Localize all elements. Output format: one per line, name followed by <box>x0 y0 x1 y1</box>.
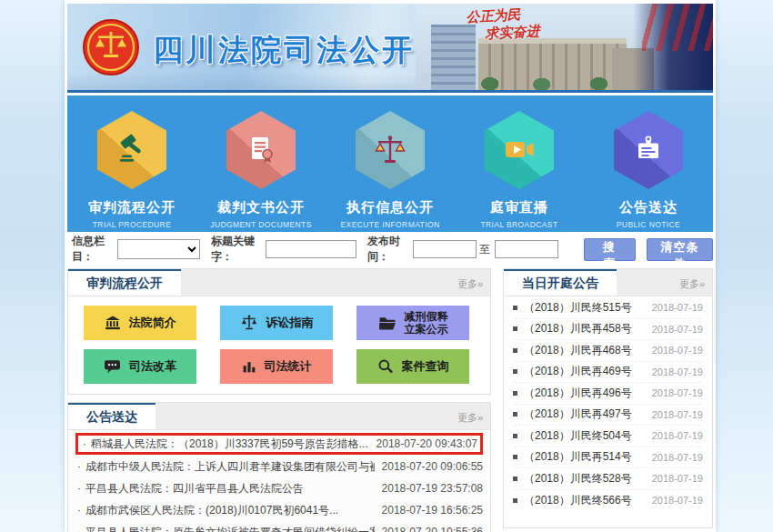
bullet: · <box>77 460 81 473</box>
bullet: · <box>77 526 81 532</box>
video-camera-icon <box>502 134 537 166</box>
section-header: 当日开庭公告 更多» <box>504 269 712 296</box>
court-row[interactable]: （2018）川民再458号 2018-07-19 <box>513 319 703 341</box>
content-columns: 审判流程公开 更多» 法院简介 <box>67 268 713 532</box>
site-banner: 四川法院司法公开网 公正为民 求实奋进 <box>67 4 713 93</box>
court-row[interactable]: （2018）川民再496号 2018-07-19 <box>513 383 703 405</box>
nav-item-public-notice[interactable]: 公告送达 PUBLIC NOTICE <box>584 95 713 232</box>
square-bullet <box>513 477 517 481</box>
notice-row[interactable]: · 平昌县人民法院：四川省平昌县人民法院公告 2018-07-19 23:57:… <box>75 477 483 499</box>
red-flags <box>642 4 713 51</box>
court-row[interactable]: （2018）川民终515号 2018-07-19 <box>513 297 703 319</box>
section-header: 公告送达 更多» <box>68 403 490 430</box>
section-header: 审判流程公开 更多» <box>68 269 490 296</box>
court-row[interactable]: （2018）川民终528号 2018-07-19 <box>513 468 703 490</box>
nav-label-en: TRIAL PROCEDURE <box>67 220 196 229</box>
hexagon-tile <box>356 111 425 189</box>
right-column: 当日开庭公告 更多» （2018）川民终515号 2018-07-19 （201… <box>503 268 713 528</box>
nav-label-en: JUDGMENT DOCUMENTS <box>196 220 326 229</box>
court-row[interactable]: （2018）川民终504号 2018-07-19 <box>513 426 703 447</box>
bullet: · <box>83 437 86 450</box>
notice-row[interactable]: · 成都市中级人民法院：上诉人四川君羊建设集团有限公司与被上诉... 2018-… <box>75 456 483 477</box>
more-link-court[interactable]: 更多» <box>679 277 705 291</box>
court-session-list: （2018）川民终515号 2018-07-19 （2018）川民再458号 2… <box>504 296 712 511</box>
nav-item-trial-broadcast[interactable]: 庭审直播 TRIAL BROADCAST <box>455 95 584 232</box>
bullet: · <box>77 504 81 517</box>
page-container: 四川法院司法公开网 公正为民 求实奋进 <box>65 0 716 532</box>
column-select[interactable] <box>117 239 200 259</box>
nav-item-execute-information[interactable]: 执行信息公开 EXECUTE INFORMATION <box>326 95 455 232</box>
date-to-label: 至 <box>479 242 490 257</box>
square-bullet <box>513 306 517 310</box>
litigation-guide-button[interactable]: 诉讼指南 <box>220 306 333 340</box>
nav-label-cn: 裁判文书公开 <box>196 199 326 216</box>
parole-filing-button[interactable]: 减刑假释 立案公示 <box>356 306 469 340</box>
court-intro-button[interactable]: 法院简介 <box>84 306 196 340</box>
nav-item-judgment-documents[interactable]: 裁判文书公开 JUDGMENT DOCUMENTS <box>196 95 326 232</box>
notice-list: · 稻城县人民法院：（2018）川3337民初59号原告彭措格... 2018-… <box>68 430 490 532</box>
courthouse-photo: 公正为民 求实奋进 <box>416 4 713 90</box>
square-bullet <box>513 434 517 438</box>
notice-row-highlighted[interactable]: · 稻城县人民法院：（2018）川3337民初59号原告彭措格... 2018-… <box>75 433 483 455</box>
left-column: 审判流程公开 更多» 法院简介 <box>67 268 491 532</box>
nav-item-trial-procedure[interactable]: 审判流程公开 TRIAL PROCEDURE <box>67 95 196 232</box>
square-bullet <box>513 326 517 331</box>
scales-icon <box>240 315 258 331</box>
more-link-trial[interactable]: 更多» <box>457 277 483 291</box>
national-emblem-icon <box>82 18 140 76</box>
search-button[interactable]: 搜 索 <box>584 238 636 261</box>
speech-bubble-icon <box>104 359 121 375</box>
nav-label-en: PUBLIC NOTICE <box>584 220 713 229</box>
hexagon-tile <box>614 111 683 189</box>
nav-label-cn: 审判流程公开 <box>67 199 196 216</box>
court-row[interactable]: （2018）川民再497号 2018-07-19 <box>513 405 703 427</box>
nav-label-cn: 公告送达 <box>584 199 713 216</box>
judicial-statistics-button[interactable]: 司法统计 <box>220 349 333 384</box>
square-bullet <box>513 412 517 417</box>
keyword-label: 标题关键字： <box>211 234 264 265</box>
date-to-input[interactable] <box>495 240 558 258</box>
nav-label-cn: 庭审直播 <box>455 199 584 216</box>
judicial-reform-button[interactable]: 司法改革 <box>84 349 196 384</box>
bullet: · <box>77 482 81 495</box>
document-seal-icon <box>245 134 277 166</box>
nav-label-cn: 执行信息公开 <box>326 199 455 216</box>
tab-court-sessions[interactable]: 当日开庭公告 <box>504 269 617 296</box>
case-inquiry-button[interactable]: 案件查询 <box>356 349 469 384</box>
site-title: 四川法院司法公开网 <box>153 30 447 71</box>
notice-delivery-panel: 公告送达 更多» · 稻城县人民法院：（2018）川3337民初59号原告彭措格… <box>67 402 491 532</box>
bank-icon <box>105 315 121 331</box>
bar-chart-icon <box>242 359 256 374</box>
court-session-panel: 当日开庭公告 更多» （2018）川民终515号 2018-07-19 （201… <box>503 268 713 528</box>
date-from-input[interactable] <box>413 240 477 258</box>
tab-public-notice[interactable]: 公告送达 <box>68 403 156 429</box>
folder-icon <box>378 316 397 331</box>
court-row[interactable]: （2018）川民终566号 2018-07-19 <box>513 490 703 512</box>
notice-row[interactable]: · 平昌县人民法院：原告牟文均诉被告覃奇才民间借贷纠纷一案民事... 2018-… <box>75 521 483 532</box>
court-row[interactable]: （2018）川民再514号 2018-07-19 <box>513 447 703 469</box>
more-link-notice[interactable]: 更多» <box>457 411 483 425</box>
nav-label-en: TRIAL BROADCAST <box>455 220 584 229</box>
gavel-icon <box>115 134 148 166</box>
column-label: 信息栏目： <box>72 234 115 265</box>
square-bullet <box>513 348 517 353</box>
shortcut-button-grid: 法院简介 诉讼指南 <box>68 296 490 394</box>
hexagon-tile <box>485 111 554 189</box>
magnifier-icon <box>377 358 394 375</box>
square-bullet <box>513 498 517 503</box>
court-row[interactable]: （2018）川民再469号 2018-07-19 <box>513 362 703 384</box>
nav-label-en: EXECUTE INFORMATION <box>326 220 455 229</box>
square-bullet <box>513 391 517 396</box>
notice-board-icon <box>632 134 665 166</box>
hexagon-tile <box>226 111 296 189</box>
keyword-input[interactable] <box>266 240 356 258</box>
notice-row[interactable]: · 成都市武侯区人民法院：(2018)川0107民初6041号... 2018-… <box>75 499 483 521</box>
square-bullet <box>513 369 517 374</box>
trial-procedure-panel: 审判流程公开 更多» 法院简介 <box>67 268 491 395</box>
calligraphy-slogan: 公正为民 求实奋进 <box>466 5 540 44</box>
square-bullet <box>513 455 517 459</box>
clear-conditions-button[interactable]: 清空条件 <box>647 238 713 261</box>
tab-trial-procedure[interactable]: 审判流程公开 <box>68 269 181 296</box>
main-navigation: 审判流程公开 TRIAL PROCEDURE 裁判文书公开 JUDGMENT D… <box>67 95 713 232</box>
court-row[interactable]: （2018）川民再468号 2018-07-19 <box>513 340 703 362</box>
